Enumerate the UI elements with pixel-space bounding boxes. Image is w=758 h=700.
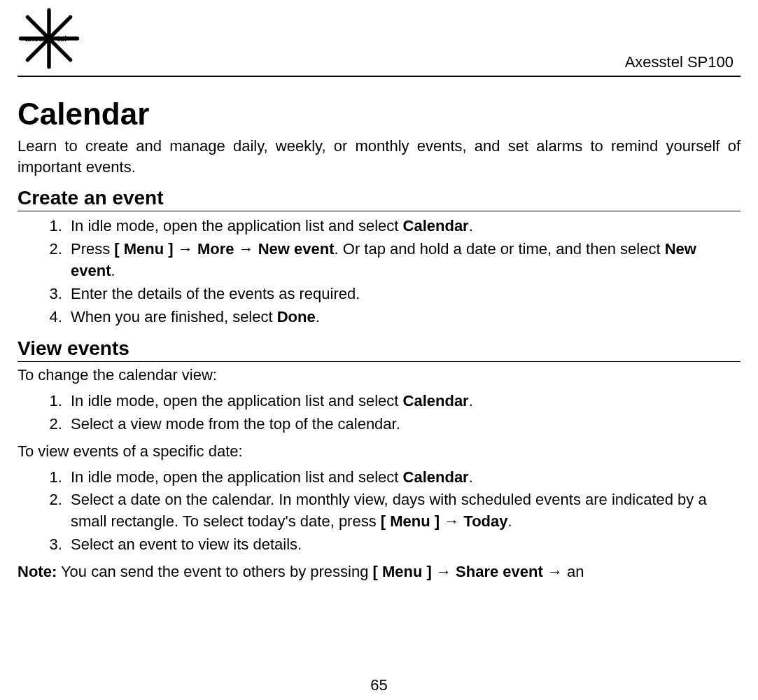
text-bold: More [197, 240, 234, 258]
text-bold: Done [277, 308, 316, 326]
brand-logo: axess tel [17, 7, 80, 73]
text: . [469, 468, 473, 486]
note-paragraph: Note: You can send the event to others b… [17, 561, 741, 583]
text: . [316, 308, 320, 326]
text-bold: New event [258, 240, 335, 258]
page-title: Calendar [17, 97, 741, 132]
text: . [111, 262, 115, 279]
section-create-event-heading: Create an event [17, 187, 741, 211]
change-view-steps: In idle mode, open the application list … [17, 391, 741, 435]
arrow-icon: → [174, 240, 197, 258]
product-name: Axesstel SP100 [625, 53, 741, 73]
text-bold: Today [463, 512, 507, 530]
arrow-icon: → [234, 240, 258, 258]
list-item: In idle mode, open the application list … [66, 391, 741, 412]
section-view-events-heading: View events [17, 337, 741, 362]
note-label: Note: [17, 563, 57, 580]
text: Press [71, 240, 114, 258]
text-bold: Calendar [403, 468, 469, 486]
list-item: Select an event to view its details. [66, 534, 741, 556]
list-item: Select a view mode from the top of the c… [66, 414, 741, 435]
text: . [469, 217, 473, 234]
text: an [567, 563, 584, 580]
text: In idle mode, open the application list … [71, 217, 403, 234]
list-item: Enter the details of the events as requi… [66, 284, 741, 305]
list-item: Press [ Menu ] → More → New event. Or ta… [66, 239, 741, 282]
arrow-icon: → [440, 512, 463, 530]
text: You can send the event to others by pres… [57, 563, 372, 580]
text: . [508, 512, 512, 530]
text-bold: [ Menu ] [114, 240, 173, 258]
arrow-icon: → [432, 563, 456, 580]
list-item: When you are finished, select Done. [66, 307, 741, 328]
axesstel-logo-icon: axess tel [17, 7, 80, 70]
list-item: In idle mode, open the application list … [66, 467, 741, 489]
text-bold: [ Menu ] [381, 512, 440, 530]
list-item: Select a date on the calendar. In monthl… [66, 489, 741, 533]
svg-text:tel: tel [57, 34, 67, 43]
arrow-icon: → [543, 563, 567, 580]
text-bold: [ Menu ] [373, 563, 432, 580]
text-bold: Calendar [403, 217, 469, 234]
page: axess tel Axesstel SP100 Calendar Learn … [0, 0, 758, 700]
specific-date-steps: In idle mode, open the application list … [17, 467, 741, 556]
page-header: axess tel Axesstel SP100 [17, 7, 741, 77]
list-item: In idle mode, open the application list … [66, 216, 741, 237]
text: In idle mode, open the application list … [71, 392, 403, 410]
text: When you are finished, select [71, 308, 277, 326]
page-number: 65 [0, 676, 758, 694]
text-bold: Share event [456, 563, 543, 580]
text: . [469, 392, 473, 410]
create-event-steps: In idle mode, open the application list … [17, 216, 741, 328]
text-bold: Calendar [403, 392, 469, 410]
text: . Or tap and hold a date or time, and th… [335, 240, 665, 258]
subhead-change-view: To change the calendar view: [17, 365, 741, 386]
text: In idle mode, open the application list … [71, 468, 403, 486]
svg-text:axess: axess [25, 34, 48, 43]
intro-paragraph: Learn to create and manage daily, weekly… [17, 136, 741, 177]
subhead-specific-date: To view events of a specific date: [17, 441, 741, 463]
